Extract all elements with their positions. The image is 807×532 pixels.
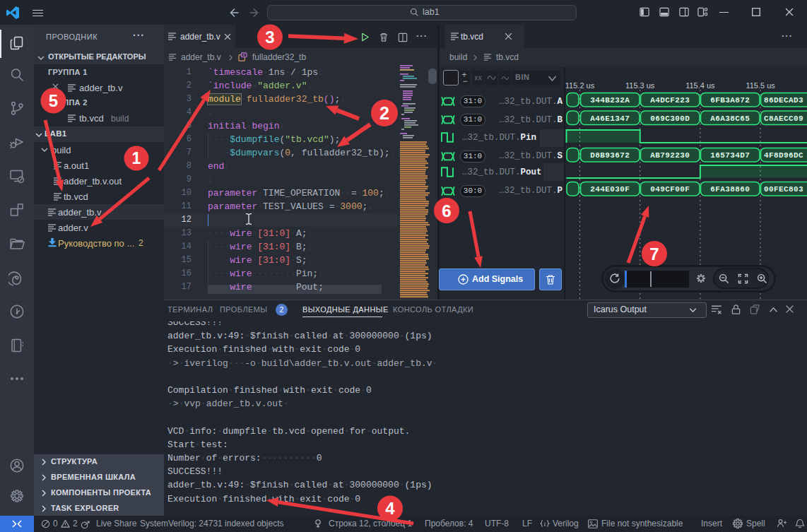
svg-text:165734D7: 165734D7 <box>710 151 750 160</box>
svg-text:6FB3A872: 6FB3A872 <box>710 96 750 105</box>
svg-text:244E030F: 244E030F <box>590 185 630 194</box>
svg-text:00FEC803: 00FEC803 <box>764 185 803 194</box>
svg-text:C8AECC09: C8AECC09 <box>764 114 803 123</box>
svg-text:049CF00F: 049CF00F <box>650 185 690 194</box>
svg-text:344B232A: 344B232A <box>590 96 630 105</box>
svg-text:A46E1347: A46E1347 <box>590 114 630 123</box>
svg-text:4F8D96DC: 4F8D96DC <box>764 151 803 160</box>
svg-text:D8B93672: D8B93672 <box>590 151 630 160</box>
svg-text:86DECAD3: 86DECAD3 <box>764 96 803 105</box>
svg-text:A6A38C65: A6A38C65 <box>710 114 750 123</box>
svg-text:AB792230: AB792230 <box>650 151 690 160</box>
svg-text:069C300D: 069C300D <box>650 114 690 123</box>
svg-text:6FA38860: 6FA38860 <box>710 185 750 194</box>
svg-text:A4DCF223: A4DCF223 <box>650 96 690 105</box>
